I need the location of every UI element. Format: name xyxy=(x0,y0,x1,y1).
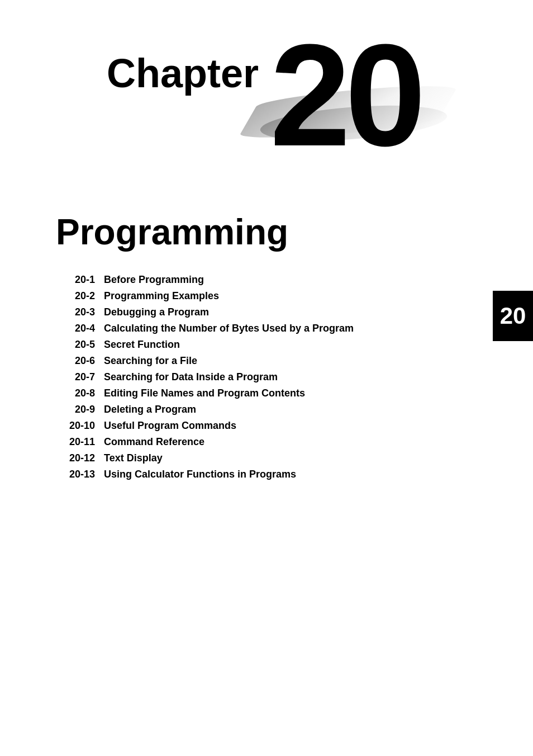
toc-item: 20-13Using Calculator Functions in Progr… xyxy=(56,469,477,480)
toc-item: 20-8Editing File Names and Program Conte… xyxy=(56,388,477,399)
toc-item-label: Programming Examples xyxy=(104,290,219,302)
toc-list: 20-1Before Programming20-2Programming Ex… xyxy=(56,274,477,480)
toc-item: 20-3Debugging a Program xyxy=(56,306,477,318)
toc-item-number: 20-2 xyxy=(56,290,95,302)
toc-item-label: Secret Function xyxy=(104,339,180,351)
toc-item-number: 20-8 xyxy=(56,388,95,399)
toc-item-number: 20-6 xyxy=(56,355,95,367)
toc-item-label: Debugging a Program xyxy=(104,306,209,318)
toc-item-number: 20-13 xyxy=(56,469,95,480)
toc-item-number: 20-12 xyxy=(56,452,95,464)
toc-item: 20-1Before Programming xyxy=(56,274,477,286)
toc-item-number: 20-3 xyxy=(56,306,95,318)
toc-item-label: Command Reference xyxy=(104,436,204,448)
toc-item-label: Using Calculator Functions in Programs xyxy=(104,469,296,480)
toc-item: 20-7Searching for Data Inside a Program xyxy=(56,371,477,383)
toc-item-label: Useful Program Commands xyxy=(104,420,236,432)
chapter-header: Chapter 20 xyxy=(0,0,533,201)
chapter-tab-number: 20 xyxy=(500,304,526,328)
toc-item-number: 20-10 xyxy=(56,420,95,432)
toc-item: 20-2Programming Examples xyxy=(56,290,477,302)
toc-item-label: Searching for a File xyxy=(104,355,197,367)
chapter-tab: 20 xyxy=(493,291,533,341)
toc-item-label: Deleting a Program xyxy=(104,404,196,415)
chapter-number-display: 20 xyxy=(270,22,420,168)
toc-item: 20-4Calculating the Number of Bytes Used… xyxy=(56,323,477,334)
toc-item: 20-11Command Reference xyxy=(56,436,477,448)
toc-item-label: Before Programming xyxy=(104,274,204,286)
toc-item-label: Editing File Names and Program Contents xyxy=(104,388,305,399)
toc-item-number: 20-1 xyxy=(56,274,95,286)
toc-item-number: 20-7 xyxy=(56,371,95,383)
toc-item-number: 20-4 xyxy=(56,323,95,334)
toc-item: 20-5Secret Function xyxy=(56,339,477,351)
chapter-word-label: Chapter xyxy=(107,50,259,96)
toc-item: 20-9Deleting a Program xyxy=(56,404,477,415)
page: Chapter 20 Programming 20-1Before Progra… xyxy=(0,0,533,756)
main-content: Programming 20-1Before Programming20-2Pr… xyxy=(0,201,533,507)
toc-item: 20-12Text Display xyxy=(56,452,477,464)
chapter-number-container: 20 xyxy=(270,22,426,179)
toc-item-label: Text Display xyxy=(104,452,163,464)
toc-item-number: 20-9 xyxy=(56,404,95,415)
toc-item: 20-6Searching for a File xyxy=(56,355,477,367)
toc-item: 20-10Useful Program Commands xyxy=(56,420,477,432)
toc-item-number: 20-11 xyxy=(56,436,95,448)
toc-item-number: 20-5 xyxy=(56,339,95,351)
chapter-title: Programming xyxy=(56,212,477,252)
toc-item-label: Searching for Data Inside a Program xyxy=(104,371,278,383)
toc-item-label: Calculating the Number of Bytes Used by … xyxy=(104,323,354,334)
